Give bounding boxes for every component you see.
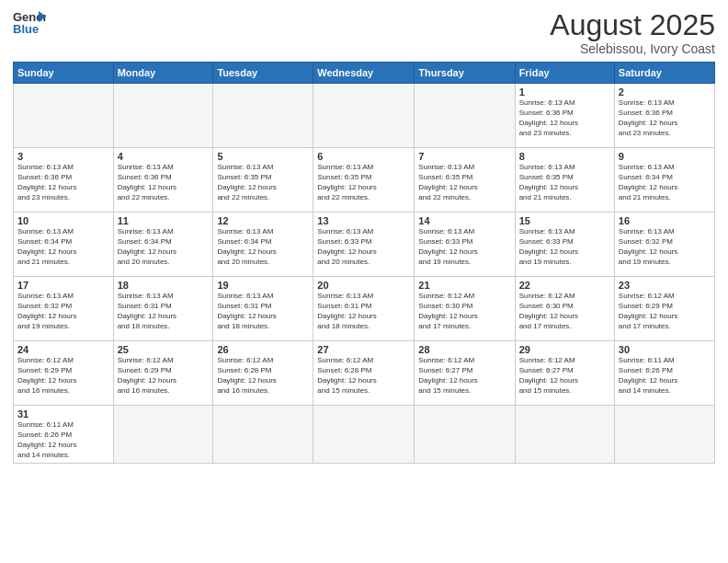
calendar-cell <box>14 84 114 148</box>
calendar-title: August 2025 <box>550 9 715 41</box>
calendar-table: SundayMondayTuesdayWednesdayThursdayFrid… <box>13 62 715 464</box>
day-info: Sunrise: 6:13 AM Sunset: 6:36 PM Dayligh… <box>118 163 210 202</box>
calendar-cell: 31Sunrise: 6:11 AM Sunset: 6:26 PM Dayli… <box>14 406 114 464</box>
day-info: Sunrise: 6:13 AM Sunset: 6:34 PM Dayligh… <box>118 227 210 267</box>
day-number: 26 <box>217 344 309 355</box>
day-number: 6 <box>317 151 410 162</box>
calendar-cell: 17Sunrise: 6:13 AM Sunset: 6:32 PM Dayli… <box>14 277 114 341</box>
calendar-cell: 10Sunrise: 6:13 AM Sunset: 6:34 PM Dayli… <box>14 213 114 277</box>
header: General Blue August 2025 Selebissou, Ivo… <box>13 9 715 56</box>
calendar-cell: 16Sunrise: 6:13 AM Sunset: 6:32 PM Dayli… <box>614 213 714 277</box>
day-number: 27 <box>317 344 410 355</box>
day-number: 19 <box>217 280 309 291</box>
day-info: Sunrise: 6:12 AM Sunset: 6:27 PM Dayligh… <box>519 356 610 396</box>
day-number: 30 <box>619 344 711 355</box>
calendar-cell: 7Sunrise: 6:13 AM Sunset: 6:35 PM Daylig… <box>415 148 515 213</box>
calendar-cell: 30Sunrise: 6:11 AM Sunset: 6:26 PM Dayli… <box>614 341 714 406</box>
calendar-cell: 26Sunrise: 6:12 AM Sunset: 6:28 PM Dayli… <box>213 341 313 406</box>
calendar-cell: 11Sunrise: 6:13 AM Sunset: 6:34 PM Dayli… <box>113 213 213 277</box>
weekday-header-wednesday: Wednesday <box>313 63 415 84</box>
calendar-cell: 1Sunrise: 6:13 AM Sunset: 6:36 PM Daylig… <box>515 84 614 148</box>
day-number: 4 <box>118 151 210 162</box>
day-number: 16 <box>619 215 711 226</box>
day-info: Sunrise: 6:13 AM Sunset: 6:31 PM Dayligh… <box>118 292 210 331</box>
calendar-cell <box>113 406 213 464</box>
day-info: Sunrise: 6:11 AM Sunset: 6:26 PM Dayligh… <box>619 356 711 396</box>
day-info: Sunrise: 6:13 AM Sunset: 6:32 PM Dayligh… <box>17 292 109 331</box>
day-info: Sunrise: 6:13 AM Sunset: 6:35 PM Dayligh… <box>217 163 309 202</box>
calendar-cell: 2Sunrise: 6:13 AM Sunset: 6:36 PM Daylig… <box>614 84 714 148</box>
calendar-cell: 9Sunrise: 6:13 AM Sunset: 6:34 PM Daylig… <box>614 148 714 213</box>
day-number: 17 <box>17 280 109 291</box>
calendar-cell: 6Sunrise: 6:13 AM Sunset: 6:35 PM Daylig… <box>313 148 415 213</box>
day-number: 5 <box>217 151 309 162</box>
day-info: Sunrise: 6:12 AM Sunset: 6:27 PM Dayligh… <box>418 356 510 396</box>
calendar-cell <box>313 84 415 148</box>
weekday-header-monday: Monday <box>113 63 213 84</box>
weekday-header-tuesday: Tuesday <box>213 63 313 84</box>
day-info: Sunrise: 6:12 AM Sunset: 6:28 PM Dayligh… <box>317 356 410 396</box>
day-info: Sunrise: 6:13 AM Sunset: 6:32 PM Dayligh… <box>619 227 711 267</box>
day-number: 12 <box>217 215 309 226</box>
calendar-cell: 15Sunrise: 6:13 AM Sunset: 6:33 PM Dayli… <box>515 213 614 277</box>
title-block: August 2025 Selebissou, Ivory Coast <box>550 9 715 56</box>
calendar-cell <box>614 406 714 464</box>
page: General Blue August 2025 Selebissou, Ivo… <box>0 0 728 563</box>
day-number: 10 <box>17 215 109 226</box>
svg-text:Blue: Blue <box>13 22 39 36</box>
day-number: 13 <box>317 215 410 226</box>
calendar-cell <box>113 84 213 148</box>
day-number: 25 <box>118 344 210 355</box>
day-info: Sunrise: 6:12 AM Sunset: 6:29 PM Dayligh… <box>17 356 109 396</box>
day-info: Sunrise: 6:13 AM Sunset: 6:35 PM Dayligh… <box>418 163 510 202</box>
day-info: Sunrise: 6:12 AM Sunset: 6:29 PM Dayligh… <box>619 292 711 331</box>
day-info: Sunrise: 6:12 AM Sunset: 6:30 PM Dayligh… <box>519 292 610 331</box>
calendar-cell: 13Sunrise: 6:13 AM Sunset: 6:33 PM Dayli… <box>313 213 415 277</box>
day-info: Sunrise: 6:13 AM Sunset: 6:34 PM Dayligh… <box>217 227 309 267</box>
day-number: 28 <box>418 344 510 355</box>
day-info: Sunrise: 6:13 AM Sunset: 6:31 PM Dayligh… <box>317 292 410 331</box>
day-info: Sunrise: 6:13 AM Sunset: 6:31 PM Dayligh… <box>217 292 309 331</box>
calendar-cell: 21Sunrise: 6:12 AM Sunset: 6:30 PM Dayli… <box>415 277 515 341</box>
calendar-cell: 19Sunrise: 6:13 AM Sunset: 6:31 PM Dayli… <box>213 277 313 341</box>
day-info: Sunrise: 6:13 AM Sunset: 6:36 PM Dayligh… <box>17 163 109 202</box>
day-number: 3 <box>17 151 109 162</box>
calendar-cell: 14Sunrise: 6:13 AM Sunset: 6:33 PM Dayli… <box>415 213 515 277</box>
day-info: Sunrise: 6:13 AM Sunset: 6:33 PM Dayligh… <box>519 227 610 267</box>
day-number: 11 <box>118 215 210 226</box>
calendar-cell: 24Sunrise: 6:12 AM Sunset: 6:29 PM Dayli… <box>14 341 114 406</box>
day-number: 14 <box>418 215 510 226</box>
day-info: Sunrise: 6:11 AM Sunset: 6:26 PM Dayligh… <box>17 420 109 460</box>
calendar-cell: 3Sunrise: 6:13 AM Sunset: 6:36 PM Daylig… <box>14 148 114 213</box>
day-number: 15 <box>519 215 610 226</box>
calendar-cell <box>415 84 515 148</box>
day-info: Sunrise: 6:13 AM Sunset: 6:33 PM Dayligh… <box>418 227 510 267</box>
calendar-location: Selebissou, Ivory Coast <box>550 41 715 56</box>
day-info: Sunrise: 6:13 AM Sunset: 6:36 PM Dayligh… <box>519 98 610 138</box>
day-number: 9 <box>619 151 711 162</box>
calendar-cell: 27Sunrise: 6:12 AM Sunset: 6:28 PM Dayli… <box>313 341 415 406</box>
calendar-cell <box>515 406 614 464</box>
day-number: 7 <box>418 151 510 162</box>
calendar-cell <box>213 84 313 148</box>
day-number: 1 <box>519 86 610 98</box>
weekday-header-saturday: Saturday <box>614 63 714 84</box>
calendar-cell: 22Sunrise: 6:12 AM Sunset: 6:30 PM Dayli… <box>515 277 614 341</box>
day-number: 8 <box>519 151 610 162</box>
calendar-cell: 12Sunrise: 6:13 AM Sunset: 6:34 PM Dayli… <box>213 213 313 277</box>
day-number: 29 <box>519 344 610 355</box>
generalblue-logo-icon: General Blue <box>13 9 46 37</box>
weekday-header-thursday: Thursday <box>415 63 515 84</box>
day-number: 24 <box>17 344 109 355</box>
calendar-cell: 28Sunrise: 6:12 AM Sunset: 6:27 PM Dayli… <box>415 341 515 406</box>
day-info: Sunrise: 6:13 AM Sunset: 6:34 PM Dayligh… <box>17 227 109 267</box>
day-info: Sunrise: 6:12 AM Sunset: 6:30 PM Dayligh… <box>418 292 510 331</box>
weekday-header-sunday: Sunday <box>14 63 114 84</box>
calendar-cell <box>415 406 515 464</box>
calendar-cell: 18Sunrise: 6:13 AM Sunset: 6:31 PM Dayli… <box>113 277 213 341</box>
calendar-cell: 4Sunrise: 6:13 AM Sunset: 6:36 PM Daylig… <box>113 148 213 213</box>
day-info: Sunrise: 6:13 AM Sunset: 6:34 PM Dayligh… <box>619 163 711 202</box>
calendar-cell <box>313 406 415 464</box>
day-number: 23 <box>619 280 711 291</box>
day-info: Sunrise: 6:13 AM Sunset: 6:36 PM Dayligh… <box>619 98 711 138</box>
